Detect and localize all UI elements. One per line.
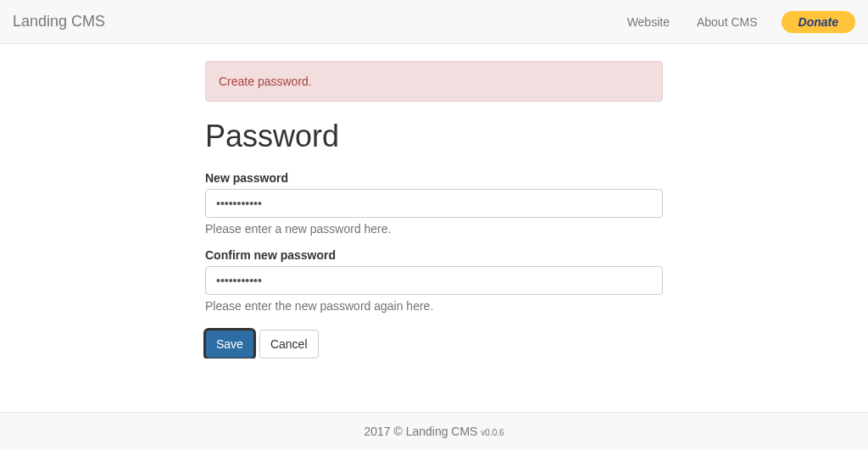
cancel-button[interactable]: Cancel [259, 330, 319, 358]
confirm-password-input[interactable] [205, 266, 663, 295]
navbar-right: Website About CMS Donate [617, 3, 855, 42]
new-password-input[interactable] [205, 189, 663, 218]
button-row: Save Cancel [205, 330, 663, 358]
page-title: Password [205, 119, 663, 154]
brand-link[interactable]: Landing CMS [13, 0, 105, 43]
navbar: Landing CMS Website About CMS Donate [0, 0, 868, 44]
donate-button[interactable]: Donate [782, 11, 855, 33]
new-password-label: New password [205, 171, 663, 185]
nav-about-cms[interactable]: About CMS [687, 3, 768, 42]
alert-danger: Create password. [205, 61, 663, 102]
confirm-password-help: Please enter the new password again here… [205, 299, 663, 313]
form-group-confirm-password: Confirm new password Please enter the ne… [205, 248, 663, 313]
save-button[interactable]: Save [205, 330, 254, 358]
new-password-help: Please enter a new password here. [205, 222, 663, 236]
main-container: Create password. Password New password P… [192, 61, 676, 358]
form-group-new-password: New password Please enter a new password… [205, 171, 663, 236]
confirm-password-label: Confirm new password [205, 248, 663, 262]
nav-website[interactable]: Website [617, 3, 680, 42]
